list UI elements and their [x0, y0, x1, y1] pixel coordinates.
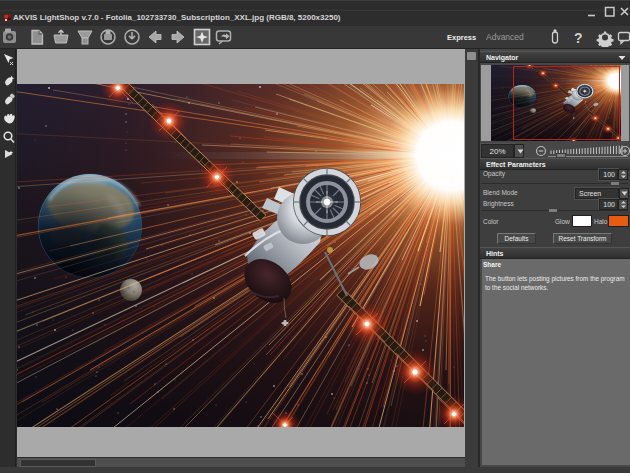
svg-text:?: ? [574, 30, 583, 46]
